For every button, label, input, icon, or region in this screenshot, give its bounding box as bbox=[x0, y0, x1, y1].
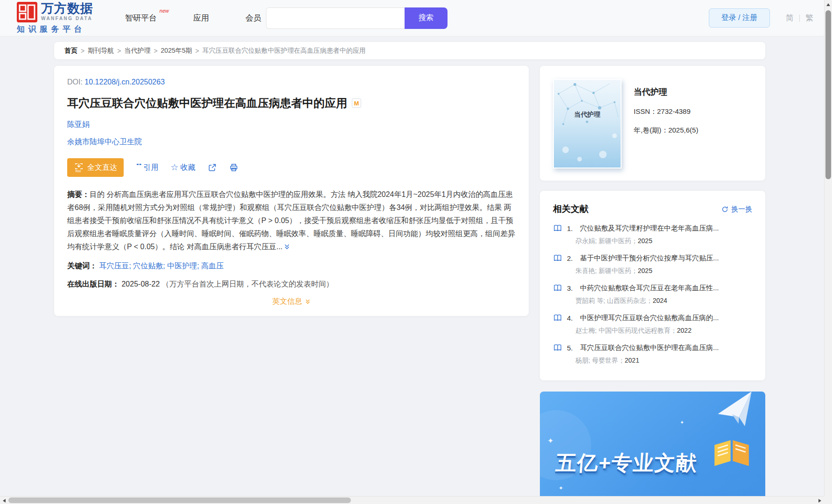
related-item-number: 5. bbox=[567, 344, 575, 352]
related-item-source[interactable]: 母婴世界 bbox=[592, 357, 618, 364]
horizontal-scrollbar-thumb[interactable] bbox=[8, 497, 351, 503]
horizontal-scrollbar[interactable] bbox=[0, 496, 824, 504]
list-item: 5. 耳穴压豆联合穴位贴敷中医护理在高血压病... 杨朋; 母婴世界；2021 bbox=[553, 343, 752, 365]
affiliation-link[interactable]: 余姚市陆埠中心卫生院 bbox=[67, 138, 142, 146]
meta-separator: ； bbox=[618, 357, 625, 364]
article-title-row: 耳穴压豆联合穴位贴敷中医护理在高血压病患者中的应用 M bbox=[67, 96, 516, 111]
related-item-meta: 赵士梅; 中国中医药现代远程教育；2022 bbox=[575, 327, 752, 335]
related-item-title[interactable]: 中药穴位贴敷联合耳穴压豆在老年高血压性... bbox=[580, 284, 719, 293]
keyword-link[interactable]: 高血压 bbox=[201, 262, 224, 270]
keyword-link[interactable]: 耳穴压豆 bbox=[99, 262, 129, 270]
header-right: 登录 / 注册 简 繁 bbox=[709, 8, 813, 28]
lang-simplified[interactable]: 简 bbox=[786, 13, 794, 23]
article-card: DOI: 10.12208/j.cn.20250263 耳穴压豆联合穴位贴敷中医… bbox=[54, 66, 529, 316]
svg-text:free: free bbox=[76, 169, 81, 173]
journal-issn-row: ISSN：2732-4389 bbox=[634, 107, 698, 116]
related-item-number: 3. bbox=[567, 284, 575, 292]
related-section-title: 相关文献 bbox=[553, 203, 588, 215]
related-item-source[interactable]: 新疆中医药 bbox=[599, 267, 631, 274]
related-item-title[interactable]: 基于中医护理干预分析穴位按摩与耳穴贴压... bbox=[580, 254, 719, 263]
download-free-icon: free bbox=[74, 162, 84, 173]
keyword-separator: ; bbox=[163, 262, 165, 270]
lang-traditional[interactable]: 繁 bbox=[805, 13, 813, 23]
journal-card: 当代护理 当代护理 ISSN：2732-4389 年,卷(期)：2025,6(5… bbox=[540, 66, 765, 181]
collect-button[interactable]: ☆ 收藏 bbox=[171, 163, 196, 173]
nav-item-apps[interactable]: 应用 bbox=[193, 13, 209, 23]
promo-banner[interactable]: ✦ ✦ ✦ 五亿+专业文献 bbox=[540, 392, 765, 504]
related-item-source[interactable]: 中国中医药现代远程教育 bbox=[599, 327, 671, 334]
share-button[interactable] bbox=[208, 163, 217, 172]
journal-name[interactable]: 当代护理 bbox=[634, 86, 698, 98]
keywords-label: 关键词： bbox=[67, 262, 97, 270]
related-item-title[interactable]: 穴位贴敷及耳穴埋籽护理在中老年高血压病... bbox=[580, 224, 719, 233]
quote-icon: “ bbox=[136, 164, 142, 171]
breadcrumb-separator: > bbox=[117, 47, 121, 55]
related-item-number: 1. bbox=[567, 224, 575, 232]
journal-cover-title: 当代护理 bbox=[554, 111, 621, 119]
wanfang-logo[interactable]: 万方数据 WANFANG DATA 知识服务平台 bbox=[17, 2, 93, 35]
related-item-meta: 贾韶莉 等; 山西医药杂志；2024 bbox=[575, 297, 752, 305]
related-item-year: 2025 bbox=[638, 267, 652, 274]
banner-text: 五亿+专业文献 bbox=[555, 449, 699, 477]
page-content: 首页 > 期刊导航 > 当代护理 > 2025年5期 > 耳穴压豆联合穴位贴敷中… bbox=[54, 42, 765, 504]
language-switch: 简 繁 bbox=[786, 13, 813, 23]
search-button[interactable]: 搜索 bbox=[405, 7, 447, 29]
related-item-title[interactable]: 耳穴压豆联合穴位贴敷中医护理在高血压病... bbox=[580, 343, 719, 352]
related-item-meta: 杨朋; 母婴世界；2021 bbox=[575, 357, 752, 365]
refresh-related-button[interactable]: 换一换 bbox=[721, 205, 752, 214]
keyword-link[interactable]: 穴位贴敷 bbox=[133, 262, 163, 270]
nav-item-member[interactable]: 会员 bbox=[245, 13, 261, 23]
abstract-expand-icon[interactable] bbox=[284, 241, 290, 254]
english-info-toggle[interactable]: 英文信息 bbox=[273, 297, 311, 307]
banner-book-icon bbox=[710, 436, 753, 471]
scroll-up-arrow-icon[interactable] bbox=[826, 3, 830, 6]
book-icon bbox=[553, 343, 562, 352]
english-info-label: 英文信息 bbox=[273, 297, 302, 307]
print-button[interactable] bbox=[229, 163, 238, 172]
refresh-label: 换一换 bbox=[731, 205, 752, 214]
doi-link[interactable]: 10.12208/j.cn.20250263 bbox=[84, 78, 165, 86]
breadcrumb-separator: > bbox=[81, 47, 84, 55]
keywords-row: 关键词： 耳穴压豆; 穴位贴敷; 中医护理; 高血压 bbox=[67, 259, 516, 273]
list-item: 2. 基于中医护理干预分析穴位按摩与耳穴贴压... 朱喜艳; 新疆中医药；202… bbox=[553, 253, 752, 275]
related-item-year: 2025 bbox=[638, 237, 652, 245]
nav-item-zhiyan[interactable]: 智研平台 new bbox=[125, 13, 157, 23]
fulltext-button[interactable]: free 全文直达 bbox=[67, 158, 124, 177]
doi-row: DOI: 10.12208/j.cn.20250263 bbox=[67, 78, 516, 86]
book-icon bbox=[553, 313, 562, 322]
journal-info: 当代护理 ISSN：2732-4389 年,卷(期)：2025,6(5) bbox=[634, 79, 698, 168]
book-icon bbox=[553, 224, 562, 233]
book-icon bbox=[553, 283, 562, 293]
vertical-scrollbar-thumb[interactable] bbox=[825, 10, 831, 179]
author-link[interactable]: 陈亚娟 bbox=[67, 120, 90, 128]
issn-label: ISSN： bbox=[634, 107, 657, 115]
breadcrumb-home[interactable]: 首页 bbox=[64, 47, 77, 55]
keyword-separator: ; bbox=[129, 262, 131, 270]
abstract-label: 摘要： bbox=[67, 190, 90, 198]
brand-tagline: 知识服务平台 bbox=[17, 24, 93, 35]
wanfang-logo-icon bbox=[17, 2, 37, 22]
related-item-source[interactable]: 山西医药杂志 bbox=[607, 297, 646, 304]
abstract: 摘要：目的 分析高血压病患者应用耳穴压豆联合穴位贴敷中医护理的应用效果。方法 纳… bbox=[67, 188, 516, 254]
book-icon bbox=[553, 253, 562, 263]
keyword-link[interactable]: 中医护理 bbox=[167, 262, 197, 270]
meta-separator: ； bbox=[631, 237, 638, 245]
breadcrumb-journal[interactable]: 当代护理 bbox=[124, 47, 150, 55]
sparkle-icon: ✦ bbox=[547, 436, 553, 445]
scroll-left-arrow-icon[interactable] bbox=[3, 499, 6, 503]
vertical-scrollbar[interactable] bbox=[824, 0, 832, 504]
login-register-button[interactable]: 登录 / 注册 bbox=[709, 8, 770, 28]
list-item: 4. 中医护理耳穴压豆联合穴位贴敷高血压病的... 赵士梅; 中国中医药现代远程… bbox=[553, 313, 752, 335]
nav-item-apps-label: 应用 bbox=[193, 14, 209, 22]
breadcrumb-journal-nav[interactable]: 期刊导航 bbox=[88, 47, 114, 55]
journal-cover[interactable]: 当代护理 bbox=[553, 79, 622, 168]
scroll-right-arrow-icon[interactable] bbox=[818, 499, 821, 503]
cite-button[interactable]: “ 引用 bbox=[136, 163, 159, 173]
related-item-title[interactable]: 中医护理耳穴压豆联合穴位贴敷高血压病的... bbox=[580, 314, 719, 322]
search-input[interactable] bbox=[266, 7, 405, 29]
related-item-source[interactable]: 新疆中医药 bbox=[599, 237, 631, 245]
breadcrumb-issue[interactable]: 2025年5期 bbox=[161, 47, 192, 55]
article-actions: free 全文直达 “ 引用 ☆ 收藏 bbox=[67, 158, 516, 177]
sparkle-icon: ✦ bbox=[680, 420, 684, 426]
share-icon bbox=[208, 163, 217, 172]
